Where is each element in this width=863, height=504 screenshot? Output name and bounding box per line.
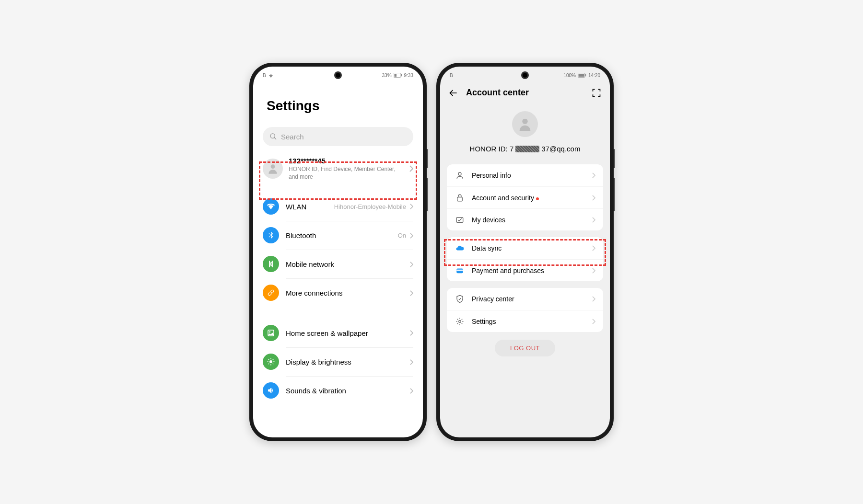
page-title: Settings: [267, 98, 413, 114]
card-group-other: Privacy center Settings: [447, 288, 603, 332]
card-group-account: Personal info Account and security My de…: [447, 164, 603, 230]
back-icon[interactable]: [449, 88, 458, 98]
card-label: Personal info: [472, 172, 585, 179]
row-my-devices[interactable]: My devices: [447, 208, 603, 230]
chevron-right-icon: [410, 290, 413, 296]
svg-point-8: [269, 360, 272, 363]
row-account-security[interactable]: Account and security: [447, 186, 603, 208]
row-settings[interactable]: Settings: [447, 310, 603, 332]
chevron-right-icon: [410, 388, 413, 394]
row-label: WLAN: [286, 203, 330, 211]
row-sounds-vibration[interactable]: Sounds & vibration: [263, 376, 413, 405]
row-privacy-center[interactable]: Privacy center: [447, 288, 603, 310]
svg-point-21: [458, 172, 461, 175]
battery-icon: [578, 73, 586, 78]
svg-rect-18: [578, 74, 584, 77]
chevron-right-icon: [592, 245, 595, 251]
wallet-icon: [455, 266, 465, 275]
connections-icon: [263, 285, 279, 301]
chevron-right-icon: [410, 262, 413, 267]
wallpaper-icon: [263, 325, 279, 341]
status-time: 9:33: [404, 73, 413, 78]
row-value: On: [398, 232, 406, 239]
svg-line-14: [273, 364, 274, 365]
chevron-right-icon: [592, 217, 595, 223]
row-value: Hihonor-Employee-Mobile: [334, 203, 406, 210]
card-label: Data sync: [472, 244, 585, 252]
profile-avatar[interactable]: [512, 111, 538, 137]
lock-icon: [455, 194, 465, 202]
chevron-right-icon: [592, 195, 595, 201]
row-label: Mobile network: [286, 260, 406, 268]
profile-section: HONOR ID: 7 37@qq.com: [440, 102, 610, 164]
power-button: [427, 178, 428, 211]
cloud-icon: [455, 244, 465, 252]
chevron-right-icon: [592, 268, 595, 274]
svg-line-15: [268, 364, 269, 365]
svg-rect-19: [585, 74, 586, 77]
row-more-connections[interactable]: More connections: [263, 278, 413, 307]
sound-icon: [263, 382, 279, 399]
chevron-right-icon: [592, 296, 595, 302]
card-label: Account and security: [472, 194, 585, 202]
settings-group-connectivity: WLAN Hihonor-Employee-Mobile Bluetooth O…: [263, 192, 413, 307]
row-label: Home screen & wallpaper: [286, 329, 406, 337]
chevron-right-icon: [410, 330, 413, 336]
volume-button: [427, 149, 428, 168]
svg-rect-25: [456, 269, 463, 270]
row-label: More connections: [286, 289, 406, 297]
redacted-mask: [515, 146, 539, 152]
svg-rect-24: [456, 268, 463, 273]
person-icon: [455, 171, 465, 180]
battery-icon: [394, 73, 402, 78]
logout-button[interactable]: LOG OUT: [495, 340, 555, 356]
svg-point-20: [522, 119, 527, 124]
brightness-icon: [263, 354, 279, 370]
mobile-network-icon: [263, 256, 279, 272]
row-label: Display & brightness: [286, 358, 406, 366]
search-icon: [269, 133, 277, 140]
scan-icon[interactable]: [592, 88, 601, 98]
shield-icon: [455, 295, 465, 303]
camera-notch: [521, 71, 529, 79]
row-wlan[interactable]: WLAN Hihonor-Employee-Mobile: [263, 192, 413, 221]
search-input[interactable]: Search: [263, 127, 413, 146]
honor-id-label: HONOR ID: 7 37@qq.com: [440, 145, 610, 153]
svg-rect-1: [394, 74, 397, 77]
row-personal-info[interactable]: Personal info: [447, 164, 603, 186]
account-name: 132******45: [289, 157, 404, 165]
chevron-right-icon: [592, 319, 595, 324]
row-data-sync[interactable]: Data sync: [447, 237, 603, 259]
svg-point-26: [459, 320, 461, 322]
chevron-right-icon: [409, 165, 413, 172]
status-time: 14:20: [588, 73, 600, 78]
svg-point-3: [270, 134, 275, 138]
header-title: Account center: [466, 88, 584, 98]
chevron-right-icon: [410, 359, 413, 365]
row-payment[interactable]: Payment and purchases: [447, 259, 603, 281]
card-label: My devices: [472, 216, 585, 224]
search-placeholder: Search: [281, 133, 304, 141]
devices-icon: [455, 216, 465, 224]
card-label: Payment and purchases: [472, 267, 585, 275]
row-home-wallpaper[interactable]: Home screen & wallpaper: [263, 319, 413, 347]
status-battery: 100%: [563, 73, 576, 78]
account-row[interactable]: 132******45 HONOR ID, Find Device, Membe…: [263, 150, 413, 187]
row-label: Sounds & vibration: [286, 387, 406, 395]
svg-rect-2: [401, 74, 402, 77]
row-bluetooth[interactable]: Bluetooth On: [263, 221, 413, 250]
wifi-icon: [263, 198, 279, 215]
svg-line-16: [273, 359, 274, 360]
camera-notch: [334, 71, 342, 79]
settings-group-display: Home screen & wallpaper Display & bright…: [263, 319, 413, 405]
card-label: Settings: [472, 318, 585, 325]
chevron-right-icon: [410, 233, 413, 239]
status-sim-icon: B: [450, 73, 453, 78]
header-bar: Account center: [440, 84, 610, 102]
chevron-right-icon: [410, 204, 413, 209]
row-mobile-network[interactable]: Mobile network: [263, 250, 413, 278]
bluetooth-icon: [263, 227, 279, 243]
card-label: Privacy center: [472, 295, 585, 303]
row-display-brightness[interactable]: Display & brightness: [263, 347, 413, 376]
card-group-sync: Data sync Payment and purchases: [447, 237, 603, 281]
